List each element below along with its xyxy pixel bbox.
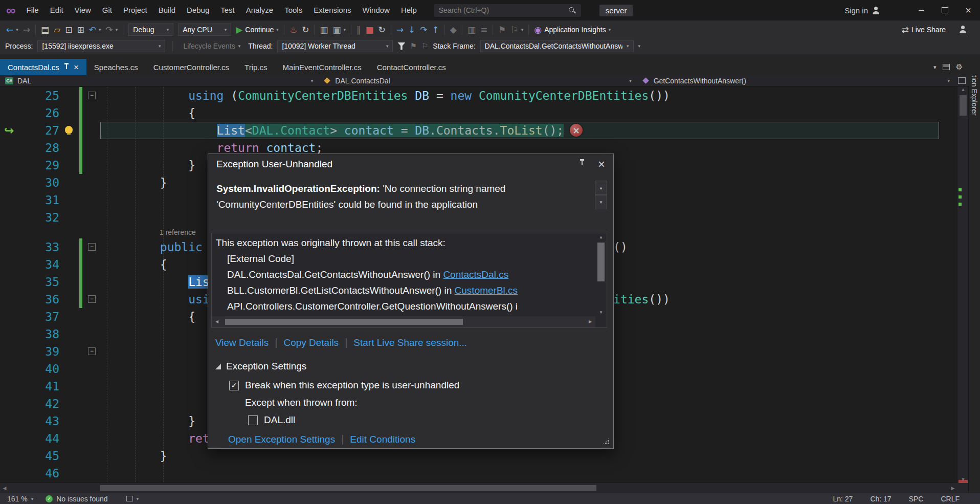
menu-debug[interactable]: Debug <box>181 0 215 20</box>
breakpoint-gutter[interactable]: ↪ <box>0 122 20 139</box>
exception-error-icon[interactable]: × <box>570 124 583 137</box>
breakpoint-gutter[interactable] <box>0 430 20 447</box>
breakpoint-gutter[interactable] <box>0 291 20 308</box>
redo-button[interactable]: ↷▾ <box>103 23 120 36</box>
breakpoint-gutter[interactable] <box>0 360 20 378</box>
view-details-link[interactable]: View Details <box>215 337 269 348</box>
tab-customercontroller-cs[interactable]: CustomerController.cs <box>146 59 237 75</box>
type-dropdown[interactable]: DAL.ContactsDal ▾ <box>318 75 636 86</box>
scroll-down-icon[interactable]: ▼ <box>957 477 969 482</box>
menu-test[interactable]: Test <box>215 0 240 20</box>
breakpoint-gutter[interactable] <box>0 378 20 395</box>
start-live-share-session-link[interactable]: Start Live Share session... <box>353 337 467 348</box>
scroll-up-icon[interactable]: ▲ <box>957 87 969 92</box>
project-dropdown[interactable]: C# DAL ▾ <box>0 75 318 86</box>
navigate-forward-button[interactable]: → <box>21 23 32 36</box>
fold-marker[interactable]: − <box>88 92 96 99</box>
popup-title-bar[interactable]: Exception User-Unhandled × <box>208 154 613 174</box>
pin-icon[interactable] <box>64 63 69 71</box>
pin-button[interactable] <box>580 159 585 169</box>
open-file-button[interactable]: ▱ <box>52 23 62 36</box>
codelens-references[interactable]: 1 reference <box>160 226 196 238</box>
edit-conditions-link[interactable]: Edit Conditions <box>350 434 415 445</box>
breakpoint-gutter[interactable] <box>0 273 20 291</box>
close-window-button[interactable]: × <box>956 0 980 20</box>
close-tab-icon[interactable]: × <box>74 63 79 72</box>
scrollbar-thumb[interactable] <box>960 95 967 116</box>
breakpoint-gutter[interactable] <box>0 157 20 174</box>
copy-details-link[interactable]: Copy Details <box>283 337 339 348</box>
menu-tools[interactable]: Tools <box>279 0 308 20</box>
breakpoint-gutter[interactable] <box>0 308 20 325</box>
tab-contactcontroller-cs[interactable]: ContactController.cs <box>369 59 454 75</box>
lifecycle-events-button[interactable]: Lifecycle Events▾ <box>180 42 243 50</box>
gear-icon[interactable]: ⚙ <box>956 62 963 72</box>
stack-vertical-scrollbar[interactable]: ▲ ▼ <box>595 233 607 316</box>
breakpoint-gutter[interactable] <box>0 87 20 104</box>
flag-threads-icon[interactable]: ⚑ <box>410 41 416 51</box>
code-line-45[interactable]: 45 } <box>0 447 957 465</box>
filter-threads-icon[interactable] <box>397 42 405 50</box>
show-flagged-only-icon[interactable]: ⚐ <box>421 41 428 51</box>
bookmark-window-button[interactable]: ⚐▾ <box>509 23 526 36</box>
tab-contactsdal-cs[interactable]: ContactsDal.cs× <box>0 59 86 75</box>
float-window-icon[interactable] <box>943 64 950 70</box>
module-exclude-row[interactable]: DAL.dll <box>248 414 613 426</box>
navigate-backward-button[interactable]: ←▾ <box>4 23 20 36</box>
lightbulb-icon[interactable] <box>65 126 73 134</box>
breakpoint-gutter[interactable] <box>0 139 20 157</box>
menu-window[interactable]: Window <box>357 0 395 20</box>
thread-dropdown[interactable]: [10092] Worker Thread▾ <box>277 40 393 52</box>
code-line-27[interactable]: ↪27 List<DAL.Contact> contact = DB.Conta… <box>0 122 957 139</box>
scroll-up-icon[interactable]: ▲ <box>595 235 607 239</box>
menu-view[interactable]: View <box>69 0 97 20</box>
find-in-files-button[interactable]: ▥ <box>465 23 478 36</box>
scrollbar-thumb[interactable] <box>100 485 596 491</box>
insert-mode-indicator[interactable]: SPC <box>909 495 924 503</box>
breakpoint-gutter[interactable] <box>0 325 20 343</box>
apply-code-changes-button[interactable]: ↻ <box>300 23 311 36</box>
live-share-button[interactable]: ⇄Live Share <box>900 23 948 36</box>
zoom-control[interactable]: 161 % ▾ <box>7 495 33 503</box>
save-all-button[interactable]: ⊞ <box>75 23 86 36</box>
minimize-button[interactable] <box>909 0 933 20</box>
breakpoint-gutter[interactable] <box>0 447 20 465</box>
search-input[interactable]: Search (Ctrl+Q) <box>434 4 581 17</box>
browse-files-button[interactable]: ▥ <box>318 23 330 36</box>
scrollbar-thumb[interactable] <box>225 319 463 325</box>
breakpoint-gutter[interactable] <box>0 238 20 256</box>
menu-analyze[interactable]: Analyze <box>240 0 279 20</box>
break-when-unhandled-row[interactable]: Break when this exception type is user-u… <box>229 380 613 391</box>
show-next-statement-button[interactable]: → <box>394 23 406 36</box>
breakpoint-gutter[interactable] <box>0 343 20 360</box>
debug-configuration-dropdown[interactable]: Debug▾ <box>128 24 173 36</box>
document-outline-button[interactable]: ≡ <box>478 23 489 36</box>
breakpoint-gutter[interactable] <box>0 209 20 226</box>
new-file-button[interactable]: ▤ <box>39 23 51 36</box>
menu-file[interactable]: File <box>21 0 44 20</box>
checkbox[interactable] <box>248 415 258 425</box>
code-line-26[interactable]: 26 { <box>0 104 957 122</box>
breakpoint-gutter[interactable] <box>0 174 20 191</box>
continue-button[interactable]: ▶Continue▾ <box>234 23 281 36</box>
horizontal-scrollbar[interactable]: ◀ ▶ <box>0 483 957 493</box>
screenshot-button[interactable]: ▣▾ <box>330 23 348 36</box>
process-dropdown[interactable]: [15592] iisexpress.exe▾ <box>37 40 165 52</box>
code-line-25[interactable]: 25− using (ComunityCenterDBEntities DB =… <box>0 87 957 104</box>
step-out-button[interactable]: ↑ <box>430 23 441 36</box>
fold-marker[interactable]: − <box>88 243 96 251</box>
breakpoint-gutter[interactable] <box>0 465 20 482</box>
intellicode-button[interactable]: ◆ <box>448 23 459 36</box>
undo-button[interactable]: ↶▾ <box>87 23 103 36</box>
close-popup-button[interactable]: × <box>598 158 605 170</box>
stack-frame-link[interactable]: CustomerBl.cs <box>455 285 518 296</box>
status-extra-control[interactable]: ▾ <box>126 496 139 501</box>
restart-debugging-button[interactable]: ↻ <box>376 23 388 36</box>
menu-extensions[interactable]: Extensions <box>308 0 357 20</box>
stop-debugging-button[interactable]: ■ <box>364 23 376 36</box>
checkbox[interactable] <box>229 381 239 390</box>
scroll-right-icon[interactable]: ▶ <box>585 316 595 327</box>
menu-edit[interactable]: Edit <box>44 0 69 20</box>
toggle-bookmark-button[interactable]: ⚑ <box>496 23 508 36</box>
scroll-down-icon[interactable]: ▼ <box>595 310 607 315</box>
